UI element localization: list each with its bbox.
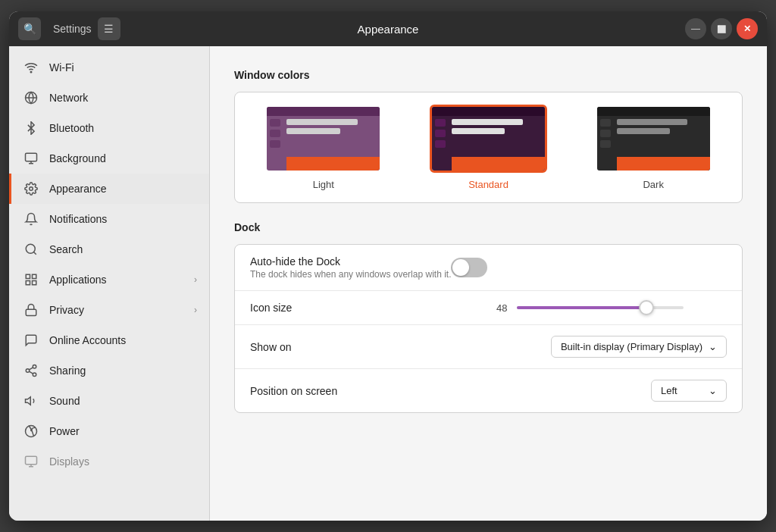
search-button[interactable]: 🔍 <box>18 17 41 40</box>
svg-point-7 <box>26 244 35 253</box>
wifi-icon <box>23 60 39 75</box>
svg-line-17 <box>29 371 33 374</box>
search-icon <box>23 242 39 257</box>
toggle-knob <box>452 259 469 276</box>
show-on-control: Built-in display (Primary Display) ⌄ <box>551 336 727 358</box>
position-value: Left <box>661 385 677 396</box>
power-icon <box>23 424 39 439</box>
theme-dark[interactable]: Dark <box>577 105 730 190</box>
auto-hide-row: Auto-hide the Dock The dock hides when a… <box>235 245 742 291</box>
svg-point-16 <box>33 373 36 377</box>
theme-light[interactable]: Light <box>247 105 400 190</box>
standard-label: Standard <box>468 179 508 190</box>
dock-title: Dock <box>234 221 743 233</box>
sidebar-item-label: Displays <box>49 455 89 468</box>
sidebar-item-label: Appearance <box>49 183 107 195</box>
sidebar-item-privacy[interactable]: Privacy › <box>9 295 209 325</box>
minimize-button[interactable]: — <box>685 18 706 39</box>
sidebar-item-label: Online Accounts <box>49 334 126 346</box>
auto-hide-toggle[interactable] <box>451 258 487 277</box>
standard-preview <box>430 105 547 173</box>
content-area: Window colors <box>210 46 767 521</box>
show-on-label: Show on <box>250 341 551 353</box>
svg-rect-13 <box>26 309 36 315</box>
sidebar-item-search[interactable]: Search <box>9 234 209 264</box>
titlebar: 🔍 Settings ☰ Appearance — ⬜ ✕ <box>9 11 767 46</box>
show-on-dropdown[interactable]: Built-in display (Primary Display) ⌄ <box>551 336 727 358</box>
color-options: Light <box>234 92 743 203</box>
window-colors-title: Window colors <box>234 69 743 81</box>
svg-point-15 <box>26 369 30 373</box>
chevron-right-icon: › <box>194 274 197 285</box>
sidebar-item-displays[interactable]: Displays <box>9 446 209 477</box>
displays-icon <box>23 454 39 469</box>
sidebar-item-wifi[interactable]: Wi-Fi <box>9 52 209 83</box>
sidebar-item-notifications[interactable]: Notifications <box>9 204 209 234</box>
sidebar-item-appearance[interactable]: Appearance <box>9 174 209 204</box>
sidebar-item-label: Applications <box>49 274 107 286</box>
auto-hide-sublabel: The dock hides when any windows overlap … <box>250 269 451 280</box>
svg-point-6 <box>30 187 33 191</box>
position-dropdown[interactable]: Left ⌄ <box>651 380 727 402</box>
slider-fill <box>517 306 647 309</box>
sidebar-item-sound[interactable]: Sound <box>9 386 209 416</box>
svg-line-18 <box>29 368 33 370</box>
svg-line-8 <box>33 252 36 254</box>
auto-hide-label: Auto-hide the Dock <box>250 255 451 268</box>
background-icon <box>23 151 39 166</box>
window-colors-section: Window colors <box>234 69 743 203</box>
chevron-right-icon: › <box>194 305 197 315</box>
sidebar-item-applications[interactable]: Applications › <box>9 264 209 295</box>
sidebar-item-power[interactable]: Power <box>9 416 209 446</box>
sidebar-item-label: Network <box>49 92 88 104</box>
position-control: Left ⌄ <box>651 380 727 402</box>
dock-settings-box: Auto-hide the Dock The dock hides when a… <box>234 244 743 413</box>
settings-title: Settings <box>53 23 92 35</box>
position-row: Position on screen Left ⌄ <box>235 369 742 412</box>
sidebar-item-label: Search <box>49 243 83 255</box>
sidebar-item-label: Notifications <box>49 213 107 225</box>
sidebar-item-label: Sharing <box>49 365 86 377</box>
sidebar-item-label: Sound <box>49 395 80 407</box>
theme-standard[interactable]: Standard <box>412 105 565 190</box>
sidebar-item-bluetooth[interactable]: Bluetooth <box>9 113 209 143</box>
notifications-icon <box>23 211 39 227</box>
svg-rect-11 <box>33 281 36 285</box>
search-icon: 🔍 <box>23 23 36 35</box>
sidebar-item-label: Wi-Fi <box>49 61 74 74</box>
privacy-icon <box>23 302 39 318</box>
sidebar: Wi-Fi Network <box>9 46 210 521</box>
auto-hide-control <box>451 258 487 277</box>
icon-size-label: Icon size <box>250 302 489 314</box>
dark-preview <box>595 105 712 173</box>
light-label: Light <box>313 179 334 190</box>
sidebar-item-sharing[interactable]: Sharing <box>9 355 209 386</box>
sidebar-item-label: Power <box>49 425 80 437</box>
icon-size-track[interactable] <box>517 306 684 309</box>
svg-marker-19 <box>26 397 31 405</box>
window-controls: — ⬜ ✕ <box>685 18 758 39</box>
sidebar-item-background[interactable]: Background <box>9 143 209 174</box>
light-preview <box>264 105 382 173</box>
hamburger-icon: ☰ <box>104 23 114 35</box>
dark-label: Dark <box>643 179 663 190</box>
show-on-row: Show on Built-in display (Primary Displa… <box>235 325 742 369</box>
chevron-down-icon: ⌄ <box>709 341 717 352</box>
network-icon <box>23 90 39 105</box>
close-button[interactable]: ✕ <box>737 18 758 39</box>
sidebar-item-network[interactable]: Network <box>9 83 209 113</box>
sharing-icon <box>23 363 39 378</box>
sidebar-item-online-accounts[interactable]: Online Accounts <box>9 325 209 355</box>
show-on-value: Built-in display (Primary Display) <box>561 341 702 352</box>
maximize-button[interactable]: ⬜ <box>711 18 732 39</box>
svg-rect-10 <box>33 274 36 278</box>
position-label: Position on screen <box>250 385 651 397</box>
svg-rect-22 <box>26 456 37 465</box>
sidebar-item-label: Background <box>49 152 106 164</box>
icon-size-row: Icon size 48 <box>235 291 742 325</box>
page-title: Appearance <box>358 23 419 36</box>
chevron-down-icon: ⌄ <box>709 385 717 396</box>
online-accounts-icon <box>23 333 39 348</box>
slider-thumb[interactable] <box>639 300 654 315</box>
menu-button[interactable]: ☰ <box>98 17 120 40</box>
